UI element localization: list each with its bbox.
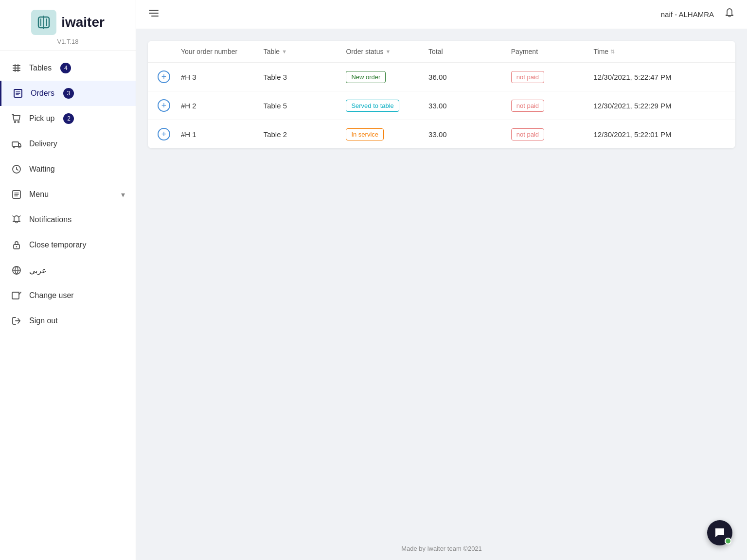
time-1: 12/30/2021, 5:22:47 PM xyxy=(593,73,726,81)
col-table: Table ▼ xyxy=(264,48,346,55)
time-sort-icon[interactable]: ⇅ xyxy=(610,49,615,55)
expand-row-3-button[interactable]: + xyxy=(158,128,170,140)
sidebar-item-notifications[interactable]: Notifications xyxy=(0,207,136,232)
tables-badge: 4 xyxy=(60,63,71,73)
menu-chevron-icon: ▾ xyxy=(121,190,125,199)
table-filter-icon[interactable]: ▼ xyxy=(282,49,287,54)
footer-text: Made by iwaiter team ©2021 xyxy=(401,545,482,552)
status-badge-2: Served to table xyxy=(346,100,399,112)
payment-badge-2: not paid xyxy=(511,100,544,112)
svg-point-18 xyxy=(19,147,20,148)
orders-badge: 3 xyxy=(63,88,74,99)
svg-line-26 xyxy=(13,216,14,217)
sidebar-item-tables[interactable]: Tables 4 xyxy=(0,55,136,81)
delivery-label: Delivery xyxy=(29,140,57,148)
svg-line-21 xyxy=(17,169,18,170)
col-order-number: Your order number xyxy=(181,48,264,55)
svg-point-13 xyxy=(15,122,16,123)
svg-line-27 xyxy=(19,216,20,217)
bell-icon[interactable] xyxy=(724,7,735,22)
footer: Made by iwaiter team ©2021 xyxy=(136,537,747,560)
chat-bubble-button[interactable] xyxy=(707,520,732,545)
menu-toggle-button[interactable] xyxy=(148,7,160,21)
col-payment: Payment xyxy=(511,48,594,55)
svg-rect-32 xyxy=(12,292,19,299)
sidebar-nav: Tables 4 Orders 3 xyxy=(0,51,136,560)
table-row[interactable]: + #H 3 Table 3 New order 36.00 not paid … xyxy=(148,63,735,91)
tables-icon xyxy=(11,62,22,74)
status-badge-3: In service xyxy=(346,128,384,140)
menu-label: Menu xyxy=(29,190,49,199)
sidebar-item-close-temporary[interactable]: Close temporary xyxy=(0,232,136,258)
table-name-1: Table 3 xyxy=(264,73,346,81)
status-filter-icon[interactable]: ▼ xyxy=(385,49,391,54)
svg-point-17 xyxy=(14,147,15,148)
sidebar-item-delivery[interactable]: Delivery xyxy=(0,131,136,157)
expand-row-2-button[interactable]: + xyxy=(158,99,170,112)
table-name-2: Table 5 xyxy=(264,102,346,110)
pickup-badge: 2 xyxy=(63,113,74,124)
pickup-label: Pick up xyxy=(29,114,54,123)
sidebar-item-menu[interactable]: Menu ▾ xyxy=(0,182,136,207)
topbar: naif - ALHAMRA xyxy=(136,0,747,29)
svg-point-14 xyxy=(18,122,19,123)
change-user-label: Change user xyxy=(29,291,74,300)
page-content: Your order number Table ▼ Order status ▼… xyxy=(136,29,747,537)
logo-icon xyxy=(31,10,56,35)
table-row[interactable]: + #H 1 Table 2 In service 33.00 not paid… xyxy=(148,120,735,148)
waiting-icon xyxy=(11,163,22,175)
sidebar-item-waiting[interactable]: Waiting xyxy=(0,157,136,182)
sidebar-item-sign-out[interactable]: Sign out xyxy=(0,308,136,333)
order-number-3: #H 1 xyxy=(181,130,264,139)
time-3: 12/30/2021, 5:22:01 PM xyxy=(593,130,726,139)
status-badge-1: New order xyxy=(346,71,386,83)
language-icon xyxy=(11,264,22,276)
payment-badge-1: not paid xyxy=(511,71,544,83)
menu-icon xyxy=(11,189,22,200)
order-number-1: #H 3 xyxy=(181,73,264,81)
sign-out-icon xyxy=(11,315,22,327)
total-3: 33.00 xyxy=(428,130,511,139)
main-content: naif - ALHAMRA Your order number Table ▼ xyxy=(136,0,747,560)
sidebar-item-change-user[interactable]: Change user xyxy=(0,283,136,308)
tables-label: Tables xyxy=(29,64,52,72)
sidebar-item-pickup[interactable]: Pick up 2 xyxy=(0,106,136,131)
orders-table: Your order number Table ▼ Order status ▼… xyxy=(148,41,735,148)
pickup-icon xyxy=(11,113,22,124)
col-order-status: Order status ▼ xyxy=(346,48,428,55)
table-name-3: Table 2 xyxy=(264,130,346,139)
payment-badge-3: not paid xyxy=(511,128,544,140)
delivery-icon xyxy=(11,138,22,150)
col-total: Total xyxy=(428,48,511,55)
table-header: Your order number Table ▼ Order status ▼… xyxy=(148,41,735,63)
order-number-2: #H 2 xyxy=(181,102,264,110)
orders-label: Orders xyxy=(31,89,54,98)
logo-section: iwaiter V1.T.18 xyxy=(0,0,136,51)
svg-rect-16 xyxy=(12,142,18,146)
notifications-icon xyxy=(11,214,22,226)
orders-icon xyxy=(12,88,24,99)
total-1: 36.00 xyxy=(428,73,511,81)
sign-out-label: Sign out xyxy=(29,316,58,325)
table-row[interactable]: + #H 2 Table 5 Served to table 33.00 not… xyxy=(148,91,735,120)
change-user-icon xyxy=(11,290,22,301)
time-2: 12/30/2021, 5:22:29 PM xyxy=(593,102,726,110)
close-temporary-label: Close temporary xyxy=(29,241,86,249)
total-2: 33.00 xyxy=(428,102,511,110)
notifications-label: Notifications xyxy=(29,215,71,224)
svg-point-29 xyxy=(16,246,17,247)
sidebar-item-orders[interactable]: Orders 3 xyxy=(0,81,136,106)
sidebar-item-language[interactable]: عربي xyxy=(0,258,136,283)
language-label: عربي xyxy=(29,266,47,275)
sidebar: iwaiter V1.T.18 Tables 4 xyxy=(0,0,136,560)
waiting-label: Waiting xyxy=(29,165,55,174)
user-info: naif - ALHAMRA xyxy=(661,10,714,18)
col-expand xyxy=(158,48,181,55)
col-time: Time ⇅ xyxy=(593,48,726,55)
lock-icon xyxy=(11,239,22,251)
app-version: V1.T.18 xyxy=(57,38,78,45)
expand-row-1-button[interactable]: + xyxy=(158,70,170,83)
app-name: iwaiter xyxy=(61,15,105,30)
